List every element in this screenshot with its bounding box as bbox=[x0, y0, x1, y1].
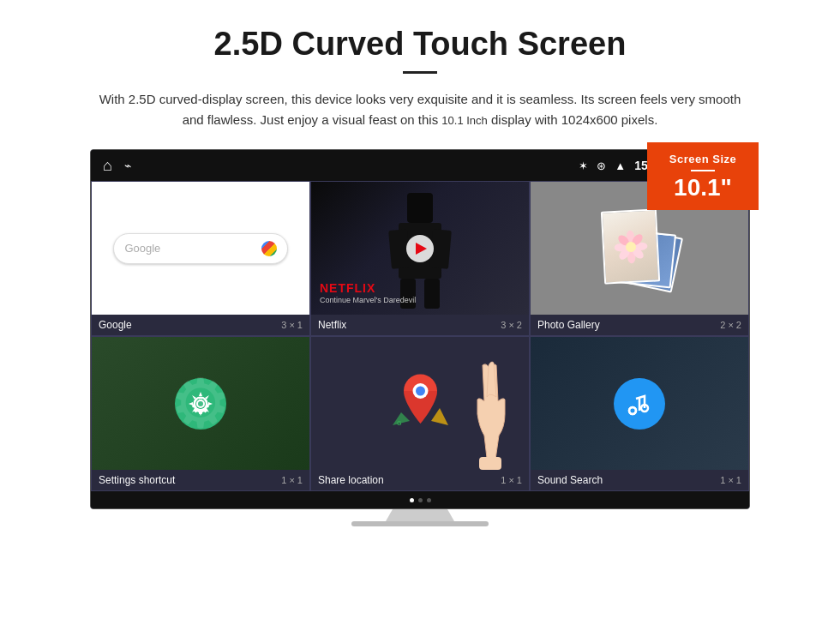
share-location-content: G bbox=[311, 337, 529, 470]
share-location-app-cell[interactable]: G bbox=[310, 336, 530, 491]
settings-grid-size: 1 × 1 bbox=[281, 475, 303, 485]
settings-app-name: Settings shortcut bbox=[99, 474, 175, 486]
photo-card-front bbox=[601, 208, 660, 284]
status-left-icons: ⌂ ⌁ bbox=[103, 157, 131, 175]
netflix-app-cell[interactable]: NETFLIX Continue Marvel's Daredevil Netf… bbox=[310, 181, 530, 336]
play-triangle-icon bbox=[416, 243, 427, 255]
google-app-cell[interactable]: Google Google 3 × 1 bbox=[91, 181, 310, 336]
svg-rect-21 bbox=[479, 457, 501, 470]
screen-base bbox=[351, 521, 489, 526]
screen-stand bbox=[386, 509, 454, 521]
google-search-bar[interactable]: Google bbox=[113, 233, 287, 264]
location-icon: ⊛ bbox=[597, 159, 606, 172]
wifi-icon: ▲ bbox=[615, 159, 626, 172]
google-thumbnail: Google bbox=[92, 182, 309, 315]
hand-svg bbox=[460, 358, 520, 470]
netflix-play-button[interactable] bbox=[406, 235, 434, 262]
app-grid: Google Google 3 × 1 bbox=[91, 181, 749, 491]
maps-icon-wrapper: G bbox=[393, 374, 448, 433]
share-location-app-name: Share location bbox=[318, 474, 384, 486]
netflix-grid-size: 3 × 2 bbox=[501, 320, 522, 330]
settings-label-row: Settings shortcut 1 × 1 bbox=[92, 470, 309, 490]
title-divider bbox=[403, 71, 437, 74]
screen-wrapper: Screen Size 10.1" ⌂ ⌁ ✶ ⊛ ▲ 15:06 ⊡ ◁ ⊠ bbox=[90, 149, 750, 526]
netflix-logo: NETFLIX bbox=[320, 281, 416, 295]
share-location-label-row: Share location 1 × 1 bbox=[311, 470, 529, 490]
google-grid-size: 3 × 1 bbox=[281, 320, 303, 330]
svg-rect-0 bbox=[407, 193, 433, 223]
page-title: 2.5D Curved Touch Screen bbox=[51, 26, 789, 63]
netflix-content: NETFLIX Continue Marvel's Daredevil bbox=[311, 182, 529, 315]
sound-icon-circle bbox=[614, 378, 665, 430]
settings-app-cell[interactable]: ⚙ Settings shortcut 1 × 1 bbox=[91, 336, 310, 491]
google-app-name: Google bbox=[99, 319, 132, 331]
share-location-thumbnail: G bbox=[311, 337, 529, 470]
netflix-thumbnail: NETFLIX Continue Marvel's Daredevil bbox=[311, 182, 529, 315]
google-label-row: Google 3 × 1 bbox=[92, 315, 309, 335]
share-location-grid-size: 1 × 1 bbox=[501, 475, 522, 485]
netflix-overlay-text: NETFLIX Continue Marvel's Daredevil bbox=[320, 281, 416, 304]
flower-svg bbox=[612, 228, 648, 264]
svg-point-23 bbox=[629, 407, 636, 414]
photo-gallery-grid-size: 2 × 2 bbox=[720, 320, 741, 330]
home-icon[interactable]: ⌂ bbox=[103, 157, 112, 175]
page-description: With 2.5D curved-display screen, this de… bbox=[94, 89, 746, 130]
netflix-subtitle: Continue Marvel's Daredevil bbox=[320, 296, 416, 304]
google-mic-icon bbox=[261, 241, 277, 256]
photo-stack bbox=[601, 210, 678, 287]
sound-search-label-row: Sound Search 1 × 1 bbox=[531, 470, 748, 490]
maps-icon: G bbox=[393, 374, 448, 430]
svg-rect-5 bbox=[424, 279, 440, 309]
sound-search-app-cell[interactable]: Sound Search 1 × 1 bbox=[530, 336, 749, 491]
scroll-dot-1 bbox=[410, 498, 414, 502]
scroll-dot-3 bbox=[427, 498, 431, 502]
photo-gallery-label-row: Photo Gallery 2 × 2 bbox=[531, 315, 748, 335]
svg-text:G: G bbox=[397, 420, 402, 426]
scroll-indicator bbox=[91, 491, 749, 508]
photo-gallery-app-name: Photo Gallery bbox=[537, 319, 600, 331]
screen-size-badge: Screen Size 10.1" bbox=[647, 142, 759, 210]
settings-bg-icon: ⚙ bbox=[170, 364, 231, 443]
badge-size: 10.1" bbox=[663, 176, 743, 200]
netflix-label-row: Netflix 3 × 2 bbox=[311, 315, 529, 335]
page-wrapper: 2.5D Curved Touch Screen With 2.5D curve… bbox=[0, 0, 840, 544]
svg-point-19 bbox=[416, 387, 425, 396]
usb-icon: ⌁ bbox=[124, 159, 131, 172]
sound-search-grid-size: 1 × 1 bbox=[720, 475, 741, 485]
sound-search-thumbnail bbox=[531, 337, 748, 470]
badge-divider bbox=[691, 170, 715, 171]
hand-overlay bbox=[460, 358, 520, 470]
music-note-icon bbox=[624, 388, 655, 419]
scroll-dot-2 bbox=[418, 498, 423, 502]
bluetooth-icon: ✶ bbox=[579, 159, 588, 172]
sound-search-app-name: Sound Search bbox=[537, 474, 603, 486]
google-search-text: Google bbox=[124, 242, 261, 255]
netflix-app-name: Netflix bbox=[318, 319, 346, 331]
settings-thumbnail: ⚙ bbox=[92, 337, 309, 470]
badge-title: Screen Size bbox=[663, 153, 743, 165]
